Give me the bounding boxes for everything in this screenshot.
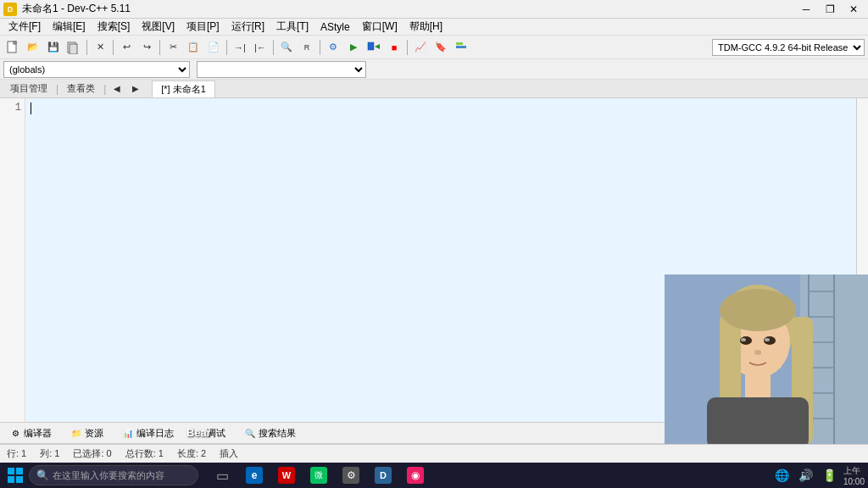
- svg-rect-27: [707, 397, 809, 444]
- menu-astyle[interactable]: AStyle: [315, 20, 355, 34]
- separator-2: [113, 40, 114, 55]
- svg-rect-7: [456, 42, 463, 45]
- indent-button[interactable]: →|: [231, 38, 249, 57]
- minimize-button[interactable]: ─: [795, 0, 817, 19]
- menu-run[interactable]: 运行[R]: [226, 19, 270, 35]
- svg-marker-5: [375, 44, 380, 49]
- svg-rect-9: [16, 468, 23, 474]
- compiler-icon: ⚙: [9, 427, 21, 439]
- syntax-button[interactable]: [452, 38, 470, 57]
- taskbar: 🔍 在这里输入你要搜索的内容 ▭ e W 微 ⚙ D ◉ �: [0, 463, 868, 488]
- project-manager-tab[interactable]: 项目管理: [3, 80, 54, 97]
- start-button[interactable]: [3, 463, 27, 487]
- separator-3: [159, 40, 160, 55]
- svg-point-32: [754, 350, 761, 355]
- menu-project[interactable]: 项目[P]: [181, 19, 225, 35]
- profile-button[interactable]: 📈: [411, 38, 430, 57]
- tab-nav-left[interactable]: ◀: [108, 80, 126, 98]
- compile-run-button[interactable]: [364, 38, 383, 57]
- menu-file[interactable]: 文件[F]: [3, 19, 46, 35]
- copy-button[interactable]: 📋: [184, 38, 203, 57]
- compile-log-tab-label: 编译日志: [136, 427, 174, 440]
- compile-log-bottom-tab[interactable]: 📊 编译日志: [116, 424, 180, 442]
- tab-nav-right[interactable]: ▶: [126, 80, 145, 98]
- compiler-select-area[interactable]: TDM-GCC 4.9.2 64-bit Release: [712, 39, 865, 56]
- settings-taskbar-button[interactable]: ⚙: [336, 463, 366, 487]
- window-controls: ─ ❐ ✕: [795, 0, 865, 19]
- svg-rect-1: [14, 42, 16, 44]
- taskbar-system-tray: 🌐 🔊 🔋 上午 10:00: [772, 465, 865, 486]
- insert-mode-status: 插入: [220, 447, 238, 460]
- title-bar: D 未命名1 - Dev-C++ 5.11 ─ ❐ ✕: [0, 0, 868, 19]
- search-icon: 🔍: [36, 469, 49, 481]
- search-results-icon: 🔍: [244, 427, 256, 439]
- close-button[interactable]: ✕: [843, 0, 865, 19]
- network-icon[interactable]: 🌐: [772, 465, 793, 485]
- menu-search[interactable]: 搜索[S]: [92, 19, 136, 35]
- function-select[interactable]: [197, 61, 366, 78]
- search-results-tab-label: 搜索结果: [259, 427, 296, 440]
- resources-bottom-tab[interactable]: 📁 资源: [64, 424, 109, 442]
- title-bar-left: D 未命名1 - Dev-C++ 5.11: [3, 2, 131, 16]
- webcam-background: [665, 274, 868, 444]
- taskbar-search-box[interactable]: 🔍 在这里输入你要搜索的内容: [29, 465, 198, 485]
- resources-tab-label: 资源: [85, 427, 103, 440]
- battery-icon[interactable]: 🔋: [820, 465, 840, 485]
- webcam-overlay: [665, 274, 868, 444]
- wechat-taskbar-button[interactable]: 微: [303, 463, 334, 487]
- menu-help[interactable]: 帮助[H]: [404, 19, 448, 35]
- restore-button[interactable]: ❐: [819, 0, 841, 19]
- open-button[interactable]: 📂: [24, 38, 42, 57]
- svg-rect-10: [8, 476, 14, 483]
- devcpp-taskbar-button[interactable]: D: [368, 463, 398, 487]
- taskbar-search-text: 在这里输入你要搜索的内容: [53, 469, 164, 482]
- menu-view[interactable]: 视图[V]: [136, 19, 180, 35]
- separator-7: [407, 40, 408, 55]
- taskbar-apps: ▭ e W 微 ⚙ D ◉: [207, 463, 431, 487]
- save-button[interactable]: 💾: [44, 38, 63, 57]
- window-title: 未命名1 - Dev-C++ 5.11: [22, 2, 131, 16]
- edge-taskbar-button[interactable]: e: [239, 463, 270, 487]
- cut-button[interactable]: ✂: [164, 38, 182, 57]
- new-button[interactable]: [3, 38, 22, 57]
- save-all-button[interactable]: [64, 38, 83, 57]
- file-tab-unnamed[interactable]: [*] 未命名1: [152, 80, 215, 97]
- svg-rect-6: [456, 46, 466, 48]
- search-results-bottom-tab[interactable]: 🔍 搜索结果: [238, 424, 302, 442]
- svg-rect-3: [70, 44, 77, 54]
- svg-rect-4: [368, 42, 374, 50]
- paste-button[interactable]: 📄: [204, 38, 223, 57]
- menu-window[interactable]: 窗口[W]: [357, 19, 403, 35]
- redo-button[interactable]: ↪: [137, 38, 156, 57]
- svg-point-33: [720, 289, 796, 331]
- bookmark-button[interactable]: 🔖: [431, 38, 450, 57]
- clock[interactable]: 上午 10:00: [843, 465, 865, 486]
- stop-button[interactable]: ■: [385, 38, 403, 57]
- svg-rect-11: [16, 476, 23, 483]
- total-lines-status: 总行数: 1: [125, 447, 164, 460]
- find-button[interactable]: 🔍: [277, 38, 296, 57]
- compiler-select[interactable]: TDM-GCC 4.9.2 64-bit Release: [712, 39, 865, 56]
- svg-point-30: [741, 338, 746, 341]
- task-view-button[interactable]: ▭: [207, 463, 237, 487]
- unindent-button[interactable]: |←: [251, 38, 270, 57]
- compile-log-icon: 📊: [122, 427, 134, 439]
- word-taskbar-button[interactable]: W: [271, 463, 302, 487]
- close-file-button[interactable]: ✕: [91, 38, 109, 57]
- undo-button[interactable]: ↩: [117, 38, 136, 57]
- compiler-bottom-tab[interactable]: ⚙ 编译器: [3, 424, 58, 442]
- toolbar-row2: (globals): [0, 59, 868, 80]
- replace-button[interactable]: R: [298, 38, 316, 57]
- menu-edit[interactable]: 编辑[E]: [47, 19, 91, 35]
- separator-6: [320, 40, 320, 55]
- menu-tools[interactable]: 工具[T]: [271, 19, 314, 35]
- compile-button[interactable]: ⚙: [324, 38, 342, 57]
- globals-select[interactable]: (globals): [3, 61, 190, 78]
- status-bar: 行: 1 列: 1 已选择: 0 总行数: 1 长度: 2 插入: [0, 444, 868, 463]
- run-button[interactable]: ▶: [344, 38, 363, 57]
- bear-text-overlay: Bear: [186, 426, 211, 439]
- app2-taskbar-button[interactable]: ◉: [400, 463, 431, 487]
- separator-4: [226, 40, 227, 55]
- volume-icon[interactable]: 🔊: [796, 465, 816, 485]
- class-view-tab[interactable]: 查看类: [60, 80, 102, 97]
